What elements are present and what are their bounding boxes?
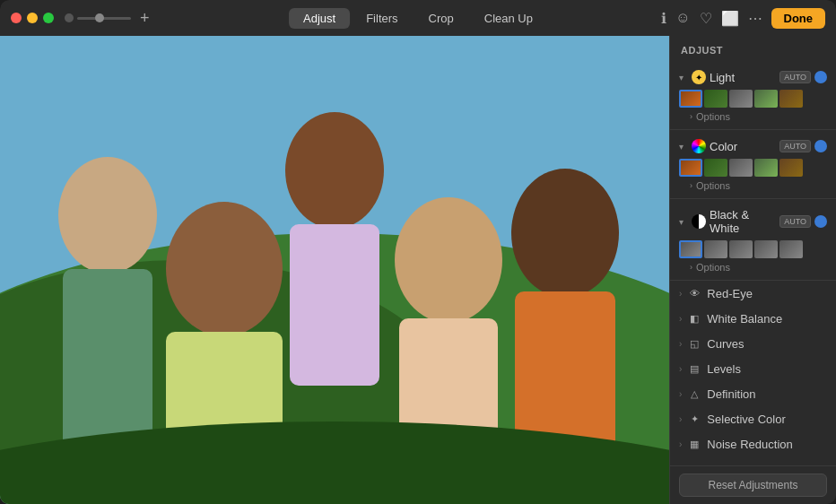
tab-cleanup[interactable]: Clean Up: [470, 8, 547, 29]
bw-thumbnails: [670, 239, 836, 260]
titlebar-right: ℹ ☺ ♡ ⬜ ⋯ Done: [661, 8, 825, 29]
svg-point-3: [58, 157, 157, 274]
light-thumb-1[interactable]: [679, 90, 702, 108]
svg-point-9: [395, 197, 502, 323]
slider-min-icon: [65, 13, 74, 22]
color-controls: AUTO: [779, 140, 827, 152]
white-balance-icon: ◧: [687, 311, 701, 326]
slider-thumb: [95, 13, 104, 22]
levels-icon: ▤: [687, 361, 701, 376]
light-options-label: Options: [696, 111, 730, 122]
emoji-icon[interactable]: ☺: [675, 10, 690, 26]
color-auto-badge[interactable]: AUTO: [779, 140, 811, 152]
done-button[interactable]: Done: [771, 8, 826, 29]
curves-icon: ◱: [687, 336, 701, 351]
more-icon[interactable]: ⋯: [748, 10, 762, 27]
noise-reduction-icon: ▦: [687, 437, 701, 451]
selective-color-label: Selective Color: [707, 413, 827, 426]
light-thumb-4[interactable]: [754, 90, 778, 108]
light-auto-badge[interactable]: AUTO: [779, 71, 811, 83]
share-icon[interactable]: ⬜: [721, 10, 739, 27]
noise-reduction-item[interactable]: › ▦ Noise Reduction: [670, 431, 836, 456]
levels-label: Levels: [707, 362, 827, 376]
levels-expand-icon: ›: [679, 364, 682, 374]
light-label: Light: [710, 71, 776, 84]
light-toggle[interactable]: [814, 71, 827, 83]
minimize-button[interactable]: [27, 13, 38, 23]
noise-reduction-expand-icon: ›: [679, 439, 682, 449]
reset-adjustments-button[interactable]: Reset Adjustments: [679, 474, 827, 497]
bw-thumb-1[interactable]: [679, 240, 702, 258]
curves-expand-icon: ›: [679, 339, 682, 349]
bw-thumb-4[interactable]: [754, 240, 778, 258]
options-chevron-icon: ›: [690, 112, 692, 121]
sidebar-header: ADJUST: [670, 36, 836, 61]
red-eye-item[interactable]: › 👁 Red-Eye: [670, 281, 836, 306]
color-label: Color: [710, 140, 776, 153]
svg-rect-4: [63, 269, 152, 448]
zoom-slider[interactable]: +: [65, 9, 150, 28]
selective-color-icon: ✦: [687, 412, 701, 426]
selective-color-expand-icon: ›: [679, 414, 682, 424]
curves-item[interactable]: › ◱ Curves: [670, 331, 836, 356]
bw-options[interactable]: › Options: [670, 260, 836, 274]
svg-point-5: [166, 202, 283, 336]
color-chevron-icon: ▾: [679, 142, 688, 152]
color-options[interactable]: › Options: [670, 178, 836, 193]
white-balance-expand-icon: ›: [679, 314, 682, 324]
selective-color-item[interactable]: › ✦ Selective Color: [670, 406, 836, 431]
slider-track: [77, 17, 131, 20]
nav-tabs: Adjust Filters Crop Clean Up: [289, 8, 547, 29]
bw-toggle[interactable]: [814, 215, 827, 228]
close-button[interactable]: [11, 13, 22, 23]
color-thumbnails: [670, 157, 836, 178]
bw-options-label: Options: [696, 262, 730, 273]
sidebar: ADJUST ▾ ✦ Light AUTO: [669, 36, 836, 504]
bw-header[interactable]: ▾ Black & White AUTO: [670, 204, 836, 239]
tab-adjust[interactable]: Adjust: [289, 8, 350, 29]
light-chevron-icon: ▾: [679, 73, 688, 83]
white-balance-item[interactable]: › ◧ White Balance: [670, 306, 836, 331]
bw-controls: AUTO: [779, 215, 827, 228]
light-thumb-2[interactable]: [704, 90, 727, 108]
svg-point-7: [285, 112, 384, 229]
light-thumb-5[interactable]: [779, 90, 803, 108]
bw-thumb-3[interactable]: [729, 240, 753, 258]
bw-auto-badge[interactable]: AUTO: [779, 215, 811, 228]
light-header[interactable]: ▾ ✦ Light AUTO: [670, 66, 836, 88]
bw-icon: [692, 214, 706, 229]
definition-item[interactable]: › △ Definition: [670, 381, 836, 406]
color-header[interactable]: ▾ Color AUTO: [670, 135, 836, 157]
definition-expand-icon: ›: [679, 389, 682, 399]
definition-icon: △: [687, 387, 701, 401]
bw-label: Black & White: [710, 208, 776, 235]
tab-crop[interactable]: Crop: [414, 8, 468, 29]
color-options-label: Options: [696, 180, 730, 191]
color-thumb-1[interactable]: [679, 159, 702, 177]
svg-rect-8: [290, 224, 379, 386]
red-eye-expand-icon: ›: [679, 289, 682, 299]
color-thumb-3[interactable]: [729, 159, 753, 177]
color-thumb-2[interactable]: [704, 159, 727, 177]
zoom-plus-icon[interactable]: +: [140, 9, 150, 28]
color-toggle[interactable]: [814, 140, 827, 152]
red-eye-icon: 👁: [687, 286, 701, 300]
heart-icon[interactable]: ♡: [700, 10, 712, 27]
light-thumbnails: [670, 88, 836, 109]
sharpen-item[interactable]: › ▲ Sharpen: [670, 456, 836, 465]
levels-item[interactable]: › ▤ Levels: [670, 356, 836, 381]
red-eye-label: Red-Eye: [707, 287, 827, 300]
bw-thumb-5[interactable]: [779, 240, 803, 258]
tab-filters[interactable]: Filters: [352, 8, 412, 29]
light-options[interactable]: › Options: [670, 109, 836, 124]
sidebar-footer: Reset Adjustments: [670, 465, 836, 504]
photo-svg: [0, 36, 669, 504]
bw-thumb-2[interactable]: [704, 240, 727, 258]
color-icon: [692, 139, 706, 153]
color-thumb-5[interactable]: [779, 159, 803, 177]
color-thumb-4[interactable]: [754, 159, 778, 177]
info-icon[interactable]: ℹ: [661, 10, 666, 27]
light-icon: ✦: [692, 70, 706, 84]
light-thumb-3[interactable]: [729, 90, 753, 108]
fullscreen-button[interactable]: [43, 13, 54, 23]
